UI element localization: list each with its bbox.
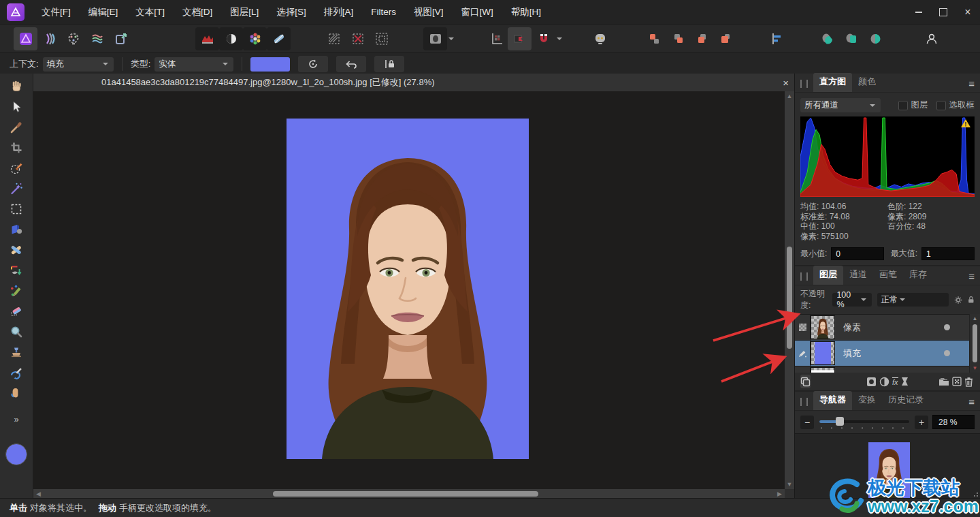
- panel-menu-icon[interactable]: ≡: [968, 396, 975, 407]
- layer-name[interactable]: 像素: [843, 322, 861, 334]
- blend-options-gear-icon[interactable]: [954, 295, 962, 305]
- fill-color-swatch[interactable]: [250, 57, 290, 72]
- warning-icon[interactable]: [960, 119, 971, 128]
- group-layers-button[interactable]: [938, 375, 949, 388]
- photo-image[interactable]: [287, 119, 529, 459]
- mask-layer-button[interactable]: [866, 375, 877, 388]
- menu-file[interactable]: 文件[F]: [33, 0, 80, 25]
- levels-button[interactable]: [195, 27, 219, 50]
- move-by-whole-pixels-button[interactable]: [484, 27, 508, 50]
- selection-brush-tool[interactable]: [4, 158, 29, 178]
- channel-select[interactable]: 所有通道: [800, 98, 881, 112]
- paint-brush-tool[interactable]: [4, 281, 29, 301]
- close-button[interactable]: ×: [956, 0, 980, 25]
- tab-layers[interactable]: 图层: [813, 266, 843, 285]
- layer-row-fill[interactable]: 填充: [795, 341, 969, 366]
- zoom-slider-thumb[interactable]: [836, 417, 844, 426]
- move-to-back-button[interactable]: [713, 27, 737, 50]
- erase-brush-tool[interactable]: [4, 301, 29, 322]
- document-tab[interactable]: 01a41458ae3c3da801219c77484497.jpg@1280w…: [33, 74, 794, 91]
- color-picker-tool[interactable]: [4, 117, 29, 138]
- move-backward-button[interactable]: [689, 27, 713, 50]
- account-button[interactable]: [919, 27, 943, 50]
- rotate-fill-button[interactable]: [298, 56, 328, 72]
- duplicate-layer-button[interactable]: [800, 375, 811, 388]
- maximize-button[interactable]: [931, 0, 956, 25]
- current-color-swatch[interactable]: [5, 443, 27, 465]
- quick-mask-button[interactable]: [423, 27, 447, 50]
- menu-document[interactable]: 文档[D]: [174, 0, 221, 25]
- scroll-left-icon[interactable]: ◀: [36, 489, 41, 499]
- zoom-value-input[interactable]: 28 %: [932, 415, 975, 429]
- vertical-scrollbar[interactable]: ▲ ▼: [785, 91, 794, 489]
- snapping-chevron-icon[interactable]: [557, 37, 562, 43]
- color-wheel-button[interactable]: [243, 27, 267, 50]
- menu-arrange[interactable]: 排列[A]: [315, 0, 363, 25]
- fill-gradient-tool[interactable]: [4, 219, 29, 240]
- flood-select-tool[interactable]: [4, 178, 29, 199]
- document-close-icon[interactable]: ×: [783, 77, 789, 89]
- clip-canvas-button[interactable]: [508, 27, 532, 50]
- layer-visibility-toggle[interactable]: [944, 350, 950, 356]
- menu-text[interactable]: 文本[T]: [127, 0, 174, 25]
- layer-list-scrollbar[interactable]: ▲ ▼: [969, 314, 980, 373]
- move-forward-button[interactable]: [666, 27, 689, 50]
- tab-histogram[interactable]: 直方图: [813, 73, 852, 92]
- select-all-button[interactable]: [322, 27, 346, 50]
- layer-row-partial[interactable]: [795, 366, 969, 373]
- layer-thumbnail[interactable]: [811, 341, 835, 365]
- liquify-persona-button[interactable]: [85, 27, 109, 50]
- menu-view[interactable]: 视图[V]: [405, 0, 453, 25]
- vector-brush-tool[interactable]: [4, 260, 29, 281]
- intersect-operation-button[interactable]: [863, 27, 887, 50]
- invert-selection-button[interactable]: [370, 27, 393, 50]
- move-to-front-button[interactable]: [642, 27, 666, 50]
- blend-mode-select[interactable]: 正常: [877, 293, 949, 307]
- layer-row-pixel[interactable]: 像素: [795, 315, 969, 341]
- layer-name[interactable]: 填充: [843, 347, 861, 360]
- tab-history[interactable]: 历史记录: [882, 391, 930, 410]
- tone-mapping-persona-button[interactable]: [61, 27, 85, 50]
- new-layer-button[interactable]: [952, 375, 962, 388]
- panel-resize-grip[interactable]: [973, 492, 979, 497]
- panel-drag-handle-icon[interactable]: [800, 398, 808, 406]
- alignment-button[interactable]: [764, 27, 788, 50]
- develop-persona-button[interactable]: [37, 27, 61, 50]
- delete-layer-button[interactable]: [964, 375, 973, 388]
- min-input[interactable]: [831, 247, 884, 260]
- snapping-button[interactable]: [532, 27, 555, 50]
- menu-filters[interactable]: Filters: [362, 0, 405, 25]
- layer-scroll-thumb[interactable]: [973, 324, 977, 362]
- layers-checkbox[interactable]: [898, 101, 908, 110]
- zoom-out-button[interactable]: −: [800, 416, 814, 429]
- panel-drag-handle-icon[interactable]: [800, 272, 808, 281]
- move-tool[interactable]: [4, 97, 29, 117]
- add-operation-button[interactable]: [815, 27, 839, 50]
- lock-aspect-button[interactable]: [374, 56, 404, 72]
- blemish-removal-tool[interactable]: [4, 240, 29, 260]
- adjustment-layer-button[interactable]: [879, 375, 889, 388]
- view-tool[interactable]: [4, 76, 29, 97]
- marquee-checkbox[interactable]: [936, 101, 946, 110]
- white-balance-button[interactable]: [267, 27, 291, 50]
- opacity-select[interactable]: 100 %: [832, 293, 871, 307]
- menu-help[interactable]: 帮助[H]: [502, 0, 550, 25]
- zoom-slider[interactable]: [819, 416, 909, 429]
- zoom-in-button[interactable]: +: [915, 416, 928, 429]
- scroll-up-icon[interactable]: ▲: [787, 91, 793, 101]
- lock-layer-icon[interactable]: [968, 295, 975, 304]
- scroll-down-icon[interactable]: ▼: [973, 364, 978, 373]
- menu-edit[interactable]: 编辑[E]: [80, 0, 127, 25]
- panel-menu-icon[interactable]: ≡: [968, 270, 975, 282]
- deselect-button[interactable]: [346, 27, 370, 50]
- clone-tool[interactable]: [4, 342, 29, 362]
- assistant-button[interactable]: [588, 27, 612, 50]
- tab-brushes[interactable]: 画笔: [873, 266, 903, 285]
- canvas[interactable]: ▲ ▼ ◀ ▶: [33, 91, 794, 499]
- minimize-button[interactable]: [906, 0, 931, 25]
- zoom-tool[interactable]: [4, 322, 29, 342]
- tab-color[interactable]: 颜色: [852, 73, 882, 92]
- smudge-tool[interactable]: [4, 383, 29, 403]
- export-persona-button[interactable]: [109, 27, 133, 50]
- vertical-scroll-thumb[interactable]: [787, 247, 792, 349]
